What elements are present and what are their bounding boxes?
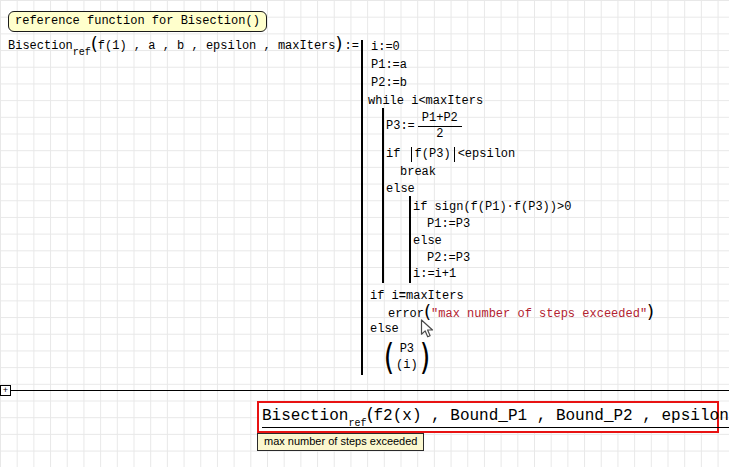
program-line-if-maxiters: if i=maxIters — [370, 289, 464, 304]
program-line-else3: else — [370, 322, 399, 337]
text-region-note[interactable]: reference function for Bisection() — [8, 11, 267, 32]
program-line-break: break — [400, 165, 436, 180]
program-line-if-sign: if sign(f(P1)·f(P3))>0 — [413, 200, 571, 215]
vector-open-paren: ( — [384, 337, 395, 377]
program-line-init-p1: P1:=a — [371, 58, 407, 73]
result-args: f2(x) , Bound_P1 , Bound_P2 , epsilon , … — [373, 407, 729, 425]
program-line-incr: i:=i+1 — [413, 267, 456, 282]
expression-underlined: Bisectionref(f2(x) , Bound_P1 , Bound_P2… — [262, 407, 729, 428]
error-open-paren: ( — [424, 307, 431, 317]
fraction-numerator: P1+P2 — [418, 111, 462, 126]
mathcad-worksheet[interactable]: reference function for Bisection() Bisec… — [0, 0, 729, 467]
program-line-init-p2: P2:=b — [371, 76, 407, 91]
p3-lhs: P3:= — [386, 119, 415, 134]
bisection-definition-region[interactable]: Bisectionref(f(1) , a , b , epsilon , ma… — [8, 38, 359, 54]
program-line-else1: else — [386, 182, 415, 197]
epsilon-compare: <epsilon — [458, 147, 516, 162]
open-paren: ( — [91, 39, 98, 49]
if-i-text: if i — [370, 289, 399, 304]
program-line-p1-p3: P1:=P3 — [427, 217, 470, 232]
vector-column: P3 (i) — [396, 341, 418, 373]
if-keyword: if — [386, 147, 408, 162]
assign-operator: := — [345, 39, 359, 54]
fraction: P1+P2 2 — [418, 111, 462, 142]
error-string: "max number of steps exceeded" — [431, 307, 647, 322]
result-open-paren: ( — [366, 410, 373, 420]
maxiters-text: maxIters — [406, 289, 464, 304]
vector-row-i: (i) — [396, 357, 418, 373]
close-paren: ) — [336, 39, 343, 49]
program-line-p3-assign: P3:= P1+P2 2 — [386, 111, 462, 142]
program-line-if-abs: if f(P3) <epsilon — [386, 147, 515, 162]
error-tooltip: max number of steps exceeded — [257, 433, 424, 451]
error-function: error — [388, 307, 424, 322]
program-line-p2-p3: P2:=P3 — [427, 251, 470, 266]
mouse-cursor-icon — [420, 319, 434, 344]
program-bar-inner-if — [409, 196, 411, 283]
program-line-else2: else — [413, 234, 442, 249]
program-line-init-i: i:=0 — [371, 40, 400, 55]
error-close-paren: ) — [647, 307, 654, 317]
program-bar-main — [361, 40, 363, 375]
boolean-equals: = — [399, 289, 406, 304]
result-function-subscript: ref — [348, 418, 366, 429]
absolute-value: f(P3) — [411, 147, 455, 162]
page-break-line — [11, 390, 729, 391]
bisection-call-region-error[interactable]: Bisectionref(f2(x) , Bound_P1 , Bound_P2… — [257, 401, 719, 433]
result-function-name: Bisection — [262, 407, 348, 425]
program-line-while: while i<maxIters — [368, 94, 483, 109]
fraction-denominator: 2 — [418, 126, 462, 142]
function-subscript: ref — [73, 45, 91, 60]
function-args: f(1) , a , b , epsilon , maxIters — [98, 39, 336, 54]
program-bar-while-body — [382, 108, 384, 283]
vector-row-p3: P3 — [400, 341, 414, 357]
function-name: Bisection — [8, 39, 73, 54]
page-break-handle[interactable]: + — [0, 385, 11, 396]
